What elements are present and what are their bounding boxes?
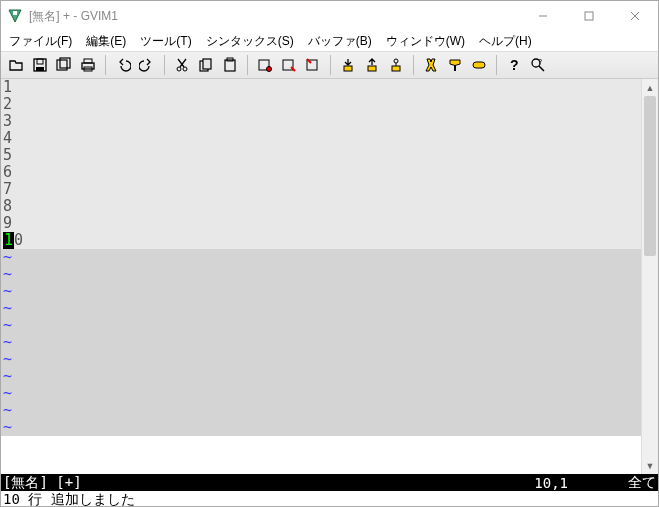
svg-rect-3 — [585, 12, 593, 20]
line[interactable]: 7 — [1, 181, 641, 198]
menu-edit[interactable]: 編集(E) — [82, 31, 130, 52]
toolbar: ? ? — [1, 51, 658, 79]
empty-line-marker: ~ — [1, 249, 641, 266]
search-help-icon[interactable]: ? — [527, 54, 549, 76]
svg-rect-19 — [203, 59, 211, 69]
cursor: 1 — [3, 232, 14, 249]
svg-rect-20 — [225, 60, 235, 71]
open-icon[interactable] — [5, 54, 27, 76]
cut-icon[interactable] — [171, 54, 193, 76]
svg-point-14 — [177, 67, 181, 71]
empty-line-marker: ~ — [1, 317, 641, 334]
make-icon[interactable] — [420, 54, 442, 76]
titlebar: [無名] + - GVIM1 — [1, 1, 658, 31]
menu-syntax[interactable]: シンタックス(S) — [202, 31, 298, 52]
save-icon[interactable] — [29, 54, 51, 76]
line[interactable]: 4 — [1, 130, 641, 147]
toolbar-separator — [330, 55, 331, 75]
menubar: ファイル(F) 編集(E) ツール(T) シンタックス(S) バッファ(B) ウ… — [1, 31, 658, 51]
cursor-line[interactable]: 10 — [1, 232, 641, 249]
script-icon[interactable] — [385, 54, 407, 76]
svg-rect-28 — [392, 66, 400, 71]
copy-icon[interactable] — [195, 54, 217, 76]
statusbar: [無名] [+] 10,1 全て — [1, 474, 658, 491]
session-save-icon[interactable] — [361, 54, 383, 76]
redo-icon[interactable] — [136, 54, 158, 76]
empty-lines: ~~~~~~~~~~~ — [1, 249, 641, 436]
toolbar-separator — [164, 55, 165, 75]
toolbar-separator — [413, 55, 414, 75]
paste-icon[interactable] — [219, 54, 241, 76]
empty-line-marker: ~ — [1, 419, 641, 436]
empty-line-marker: ~ — [1, 385, 641, 402]
buffer-content: 1 2 3 4 5 6 7 8 9 10 — [1, 79, 641, 249]
svg-text:?: ? — [510, 57, 519, 73]
session-load-icon[interactable] — [337, 54, 359, 76]
scroll-down-icon[interactable]: ▼ — [642, 457, 658, 474]
find-replace-icon[interactable] — [254, 54, 276, 76]
scroll-up-icon[interactable]: ▲ — [642, 79, 658, 96]
close-button[interactable] — [612, 1, 658, 31]
svg-rect-26 — [344, 66, 352, 71]
svg-rect-30 — [454, 65, 456, 71]
empty-line-marker: ~ — [1, 402, 641, 419]
line[interactable]: 9 — [1, 215, 641, 232]
svg-rect-27 — [368, 66, 376, 71]
menu-tool[interactable]: ツール(T) — [136, 31, 195, 52]
status-file: [無名] [+] — [3, 474, 534, 492]
find-prev-icon[interactable] — [302, 54, 324, 76]
empty-line-marker: ~ — [1, 368, 641, 385]
menu-help[interactable]: ヘルプ(H) — [475, 31, 536, 52]
vim-icon — [7, 8, 23, 24]
cursor-after: 0 — [14, 231, 23, 249]
svg-point-29 — [394, 59, 398, 63]
undo-icon[interactable] — [112, 54, 134, 76]
svg-text:?: ? — [538, 58, 542, 65]
window-title: [無名] + - GVIM1 — [29, 8, 520, 25]
status-position: 10,1 — [534, 475, 568, 491]
menu-file[interactable]: ファイル(F) — [5, 31, 76, 52]
svg-rect-31 — [473, 62, 485, 68]
toolbar-separator — [496, 55, 497, 75]
status-right: 全て — [628, 474, 656, 492]
find-next-icon[interactable] — [278, 54, 300, 76]
svg-point-23 — [267, 67, 272, 72]
line[interactable]: 1 — [1, 79, 641, 96]
empty-line-marker: ~ — [1, 351, 641, 368]
shell-icon[interactable] — [444, 54, 466, 76]
maximize-button[interactable] — [566, 1, 612, 31]
empty-line-marker: ~ — [1, 334, 641, 351]
svg-point-15 — [183, 67, 187, 71]
menu-window[interactable]: ウィンドウ(W) — [382, 31, 469, 52]
svg-rect-8 — [36, 67, 44, 71]
toolbar-separator — [247, 55, 248, 75]
line[interactable]: 8 — [1, 198, 641, 215]
minimize-button[interactable] — [520, 1, 566, 31]
empty-line-marker: ~ — [1, 283, 641, 300]
svg-line-34 — [539, 66, 544, 71]
empty-line-marker: ~ — [1, 300, 641, 317]
empty-line-marker: ~ — [1, 266, 641, 283]
help-icon[interactable]: ? — [503, 54, 525, 76]
tags-icon[interactable] — [468, 54, 490, 76]
editor-area: 1 2 3 4 5 6 7 8 9 10 ~~~~~~~~~~~ ▲ ▼ — [1, 79, 658, 474]
command-line[interactable]: 10 行 追加しました — [1, 491, 658, 507]
line[interactable]: 2 — [1, 96, 641, 113]
svg-rect-7 — [37, 59, 43, 64]
print-icon[interactable] — [77, 54, 99, 76]
toolbar-separator — [105, 55, 106, 75]
menu-buffer[interactable]: バッファ(B) — [304, 31, 376, 52]
line[interactable]: 6 — [1, 164, 641, 181]
vertical-scrollbar[interactable]: ▲ ▼ — [641, 79, 658, 474]
scroll-thumb[interactable] — [644, 96, 656, 256]
save-all-icon[interactable] — [53, 54, 75, 76]
svg-rect-1 — [13, 11, 17, 15]
line[interactable]: 3 — [1, 113, 641, 130]
text-editor[interactable]: 1 2 3 4 5 6 7 8 9 10 ~~~~~~~~~~~ — [1, 79, 641, 474]
line[interactable]: 5 — [1, 147, 641, 164]
